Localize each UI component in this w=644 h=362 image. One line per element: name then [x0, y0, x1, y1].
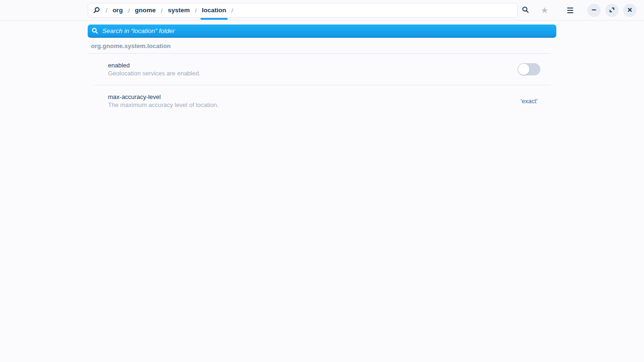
- breadcrumb-item-org[interactable]: org: [113, 3, 123, 17]
- hamburger-menu-icon: [567, 8, 573, 14]
- folder-search-bar: [88, 25, 556, 38]
- breadcrumb-separator[interactable]: /: [195, 7, 197, 14]
- schema-section-title: org.gnome.system.location: [91, 42, 556, 49]
- breadcrumb-separator[interactable]: /: [106, 7, 107, 14]
- breadcrumb-separator[interactable]: /: [128, 7, 130, 14]
- search-icon: [522, 6, 529, 15]
- breadcrumb-item-location-current[interactable]: location: [202, 3, 226, 17]
- header-actions: ★: [518, 0, 644, 21]
- folder-search-input[interactable]: [102, 27, 553, 34]
- dconf-editor-window: / org / gnome / system / location / ★: [0, 0, 644, 362]
- key-value: 'exact': [520, 98, 537, 105]
- breadcrumb: / org / gnome / system / location /: [88, 3, 518, 18]
- minimize-button[interactable]: [587, 4, 601, 17]
- toggle-knob: [518, 64, 529, 75]
- bookmark-button[interactable]: ★: [537, 2, 553, 18]
- key-name: enabled: [108, 61, 518, 69]
- minimize-icon: [591, 7, 597, 15]
- breadcrumb-item-system[interactable]: system: [168, 3, 190, 17]
- key-summary: The maximum accuracy level of location.: [108, 101, 520, 109]
- key-row-max-accuracy-level[interactable]: max-accuracy-level The maximum accuracy …: [88, 85, 551, 116]
- pathbar-search-icon[interactable]: [93, 7, 100, 14]
- menu-button[interactable]: [562, 2, 578, 18]
- breadcrumb-item-gnome[interactable]: gnome: [135, 3, 156, 17]
- breadcrumb-separator[interactable]: /: [161, 7, 163, 14]
- key-text: max-accuracy-level The maximum accuracy …: [108, 93, 520, 109]
- headerbar: / org / gnome / system / location / ★: [0, 0, 644, 21]
- star-icon: ★: [541, 6, 548, 15]
- key-text: enabled Geolocation services are enabled…: [108, 61, 518, 77]
- key-row-enabled[interactable]: enabled Geolocation services are enabled…: [88, 54, 551, 85]
- keys-list: org.gnome.system.location enabled Geoloc…: [88, 38, 556, 116]
- enabled-toggle[interactable]: [518, 63, 540, 75]
- close-icon: [627, 7, 633, 15]
- search-icon: [91, 27, 99, 34]
- key-summary: Geolocation services are enabled.: [108, 69, 518, 77]
- restore-button[interactable]: [605, 4, 619, 17]
- search-button[interactable]: [518, 2, 534, 18]
- key-name: max-accuracy-level: [108, 93, 520, 101]
- restore-icon: [609, 7, 615, 15]
- breadcrumb-separator[interactable]: /: [231, 7, 233, 14]
- close-button[interactable]: [623, 4, 636, 17]
